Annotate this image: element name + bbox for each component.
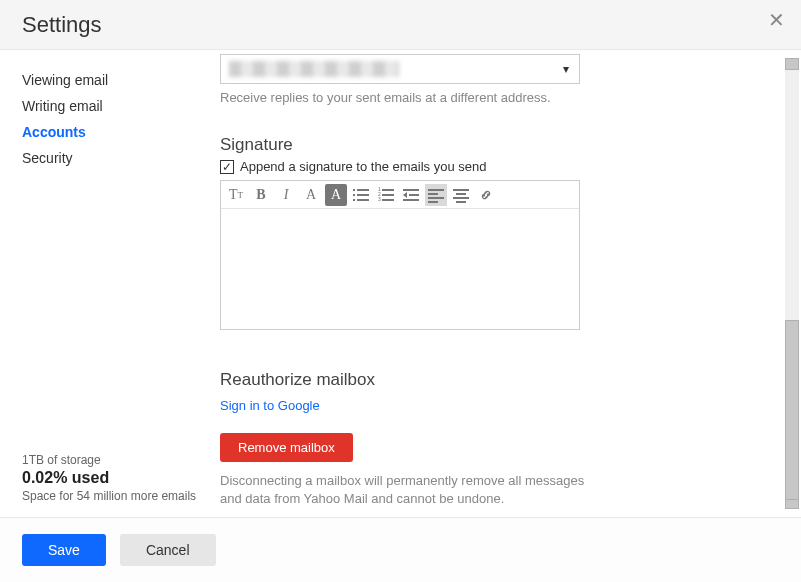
signature-title: Signature [220,135,761,155]
svg-rect-4 [353,199,355,201]
cancel-button[interactable]: Cancel [120,534,216,566]
signature-checkbox-row[interactable]: ✓ Append a signature to the emails you s… [220,159,761,174]
font-size-icon[interactable]: TT [225,184,247,206]
sidebar-item-viewing-email[interactable]: Viewing email [22,72,200,88]
svg-rect-18 [428,197,444,199]
sidebar-item-accounts[interactable]: Accounts [22,124,200,140]
sidebar-item-writing-email[interactable]: Writing email [22,98,200,114]
dialog-header: Settings ✕ [0,0,801,50]
svg-rect-3 [357,194,369,196]
sign-in-google-link[interactable]: Sign in to Google [220,398,320,413]
svg-rect-1 [357,189,369,191]
storage-total: 1TB of storage [22,453,200,467]
remove-mailbox-button[interactable]: Remove mailbox [220,433,353,462]
svg-rect-6 [382,189,394,191]
svg-rect-7 [382,194,394,196]
checkbox-checked-icon[interactable]: ✓ [220,160,234,174]
numbered-list-icon[interactable]: 123 [375,184,397,206]
svg-rect-13 [409,194,419,196]
align-center-icon[interactable] [450,184,472,206]
align-left-icon[interactable] [425,184,447,206]
storage-remaining: Space for 54 million more emails [22,489,200,503]
settings-dialog: Settings ✕ Viewing email Writing email A… [0,0,801,582]
svg-marker-15 [403,192,407,198]
svg-rect-19 [428,201,438,203]
dialog-title: Settings [22,12,102,38]
content-wrap: ▾ Receive replies to your sent emails at… [200,50,801,517]
remove-mailbox-desc: Disconnecting a mailbox will permanently… [220,472,600,508]
svg-rect-17 [428,193,438,195]
redacted-email [229,61,399,77]
svg-rect-12 [403,189,419,191]
reply-to-hint: Receive replies to your sent emails at a… [220,90,761,105]
editor-toolbar: TT B I A A 123 [221,181,579,209]
content: ▾ Receive replies to your sent emails at… [200,50,801,517]
svg-rect-22 [453,197,469,199]
svg-rect-23 [456,201,466,203]
reply-to-dropdown[interactable]: ▾ [220,54,580,84]
svg-rect-16 [428,189,444,191]
svg-rect-20 [453,189,469,191]
save-button[interactable]: Save [22,534,106,566]
sidebar: Viewing email Writing email Accounts Sec… [0,50,200,517]
storage-used-pct: 0.02% used [22,469,200,487]
text-color-icon[interactable]: A [300,184,322,206]
bold-icon[interactable]: B [250,184,272,206]
chevron-down-icon: ▾ [563,62,569,76]
scrollbar-thumb[interactable] [785,320,799,500]
signature-checkbox-label: Append a signature to the emails you sen… [240,159,486,174]
svg-text:3: 3 [378,196,381,202]
svg-rect-5 [357,199,369,201]
svg-rect-21 [456,193,466,195]
reauth-title: Reauthorize mailbox [220,370,761,390]
svg-rect-0 [353,189,355,191]
storage-info: 1TB of storage 0.02% used Space for 54 m… [22,453,200,503]
italic-icon[interactable]: I [275,184,297,206]
dialog-body: Viewing email Writing email Accounts Sec… [0,50,801,517]
signature-textarea[interactable] [221,209,579,329]
sidebar-item-security[interactable]: Security [22,150,200,166]
scrollbar-up-arrow[interactable] [785,58,799,70]
outdent-icon[interactable] [400,184,422,206]
signature-editor: TT B I A A 123 [220,180,580,330]
highlight-color-icon[interactable]: A [325,184,347,206]
dialog-footer: Save Cancel [0,517,801,582]
svg-rect-8 [382,199,394,201]
close-icon[interactable]: ✕ [768,10,785,30]
bulleted-list-icon[interactable] [350,184,372,206]
link-icon[interactable] [475,184,497,206]
svg-rect-14 [403,199,419,201]
svg-rect-2 [353,194,355,196]
